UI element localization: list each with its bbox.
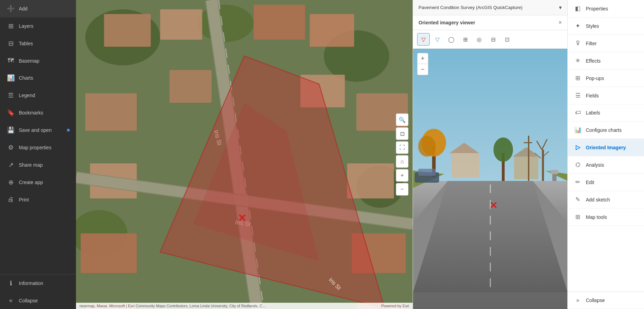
sidebar-item-legend[interactable]: ☰ Legend (0, 87, 76, 104)
right-panel-label-collapse: Collapse (586, 298, 605, 303)
right-panel-item-configure-charts[interactable]: 📊 Configure charts (568, 121, 644, 139)
screenshot-button[interactable]: ⊡ (396, 127, 408, 140)
app-title-bar: Pavement Condition Survey (ArcGIS QuickC… (413, 0, 567, 15)
sidebar-item-bookmarks[interactable]: 🔖 Bookmarks (0, 104, 76, 121)
left-sidebar: ➕ Add ⊞ Layers ⊟ Tables 🗺 Basemap 📊 Char… (0, 0, 76, 309)
svg-rect-9 (104, 14, 151, 47)
svg-rect-15 (80, 233, 137, 273)
right-panel-item-oriented-imagery[interactable]: ▷ Oriented Imagery (568, 139, 644, 156)
imagery-tool-icon-filter-red: ▽ (421, 36, 426, 43)
right-panel-icon-labels: 🏷 (574, 109, 582, 116)
right-panel-label-edit: Edit (586, 180, 594, 185)
powered-by-text: Powered by Esri (381, 304, 409, 308)
sidebar-item-create-app[interactable]: ⊕ Create app (0, 174, 76, 191)
sidebar-icon-information: ℹ (7, 279, 15, 287)
right-panel-icon-filter: ⊽ (574, 40, 582, 47)
right-panel-item-pop-ups[interactable]: ⊞ Pop-ups (568, 70, 644, 87)
sidebar-icon-legend: ☰ (7, 92, 15, 99)
sidebar-item-print[interactable]: 🖨 Print (0, 191, 76, 208)
sidebar-item-map-properties[interactable]: ⚙ Map properties (0, 139, 76, 156)
home-button[interactable]: ⌂ (396, 155, 408, 168)
right-panel-item-styles[interactable]: ✦ Styles (568, 17, 644, 35)
right-panel-icon-map-tools: ⊞ (574, 213, 582, 221)
right-panel-item-add-sketch[interactable]: ✎ Add sketch (568, 191, 644, 208)
right-panel-icon-pop-ups: ⊞ (574, 74, 582, 82)
sidebar-item-layers[interactable]: ⊞ Layers (0, 17, 76, 35)
right-panel-icon-analysis: ⌬ (574, 161, 582, 168)
right-panel-item-filter[interactable]: ⊽ Filter (568, 35, 644, 52)
sidebar-icon-layers: ⊞ (7, 22, 15, 30)
right-panel-label-fields: Fields (586, 93, 599, 98)
sidebar-item-tables[interactable]: ⊟ Tables (0, 35, 76, 52)
svg-text:✕: ✕ (238, 212, 246, 224)
imagery-close-button[interactable]: × (559, 19, 562, 26)
sidebar-item-collapse[interactable]: « Collapse (0, 292, 76, 309)
svg-rect-11 (254, 5, 305, 40)
sidebar-label-legend: Legend (19, 93, 35, 98)
zoom-out-button[interactable]: − (396, 183, 408, 196)
fullscreen-button[interactable]: ⛶ (396, 141, 408, 154)
sidebar-label-add: Add (19, 6, 28, 11)
sidebar-label-charts: Charts (19, 75, 33, 81)
right-panel-item-map-tools[interactable]: ⊞ Map tools (568, 208, 644, 226)
right-panel-item-analysis[interactable]: ⌬ Analysis (568, 156, 644, 174)
sidebar-icon-basemap: 🗺 (7, 57, 15, 64)
sidebar-item-share-map[interactable]: ↗ Share map (0, 156, 76, 174)
imagery-tool-icon-circle: ◯ (448, 36, 454, 43)
right-panel-label-pop-ups: Pop-ups (586, 76, 604, 81)
imagery-tool-export[interactable]: ⊡ (501, 33, 513, 46)
sidebar-label-save-and-open: Save and open (19, 127, 52, 133)
imagery-zoom-in[interactable]: + (417, 53, 428, 64)
right-panel-label-filter: Filter (586, 41, 597, 46)
app-title: Pavement Condition Survey (ArcGIS QuickC… (419, 5, 522, 10)
zoom-in-button[interactable]: + (396, 169, 408, 182)
right-panel-label-oriented-imagery: Oriented Imagery (586, 145, 626, 150)
sidebar-item-basemap[interactable]: 🗺 Basemap (0, 52, 76, 69)
sidebar-icon-share-map: ↗ (7, 161, 15, 169)
right-panel-item-edit[interactable]: ✏ Edit (568, 174, 644, 191)
right-panel-item-collapse[interactable]: » Collapse (568, 292, 644, 309)
right-panel-item-properties[interactable]: ◧ Properties (568, 0, 644, 17)
sidebar-label-tables: Tables (19, 41, 33, 46)
imagery-tool-image-icon[interactable]: ⊞ (459, 33, 472, 46)
right-panel-item-effects[interactable]: ✳ Effects (568, 52, 644, 70)
sidebar-label-information: Information (19, 280, 43, 286)
map-background[interactable]: Iris St Iris St ✕ Iris St (76, 0, 413, 309)
map-area: Iris St Iris St ✕ Iris St 🔍 ⊡ ⛶ ⌂ + − ne… (76, 0, 413, 309)
svg-rect-21 (169, 70, 212, 103)
sidebar-label-bookmarks: Bookmarks (19, 110, 43, 116)
sidebar-icon-collapse: « (7, 297, 15, 304)
imagery-tool-compass[interactable]: ◎ (473, 33, 485, 46)
sidebar-item-information[interactable]: ℹ Information (0, 275, 76, 292)
imagery-tool-filter-blue[interactable]: ▽ (431, 33, 444, 46)
imagery-tool-icon-image-icon: ⊞ (463, 36, 468, 43)
imagery-tool-filter-red[interactable]: ▽ (417, 33, 430, 46)
right-panel-label-add-sketch: Add sketch (586, 197, 610, 203)
app-title-chevron[interactable]: ▾ (559, 4, 562, 11)
svg-text:✕: ✕ (489, 200, 497, 211)
imagery-viewer-title: Oriented imagery viewer (419, 20, 475, 25)
street-photo: ✕ (413, 49, 567, 309)
svg-point-2 (198, 5, 254, 42)
right-panel-item-labels[interactable]: 🏷 Labels (568, 104, 644, 121)
imagery-tool-circle[interactable]: ◯ (445, 33, 458, 46)
sidebar-label-collapse: Collapse (19, 298, 38, 303)
right-panel-icon-collapse: » (574, 297, 582, 304)
right-panel-icon-properties: ◧ (574, 5, 582, 12)
sidebar-icon-add: ➕ (7, 5, 15, 13)
search-button[interactable]: 🔍 (396, 113, 408, 126)
map-attribution: nearmap, Maxar, Microsoft | Esri Communi… (76, 303, 413, 309)
sidebar-item-save-and-open[interactable]: 💾 Save and open (0, 121, 76, 139)
sidebar-item-charts[interactable]: 📊 Charts (0, 69, 76, 87)
sidebar-item-add[interactable]: ➕ Add (0, 0, 76, 17)
imagery-tool-icon-compass: ◎ (477, 36, 482, 43)
right-panel-label-effects: Effects (586, 58, 601, 64)
sidebar-label-layers: Layers (19, 23, 33, 29)
right-panel-item-fields[interactable]: ☰ Fields (568, 87, 644, 104)
svg-point-40 (493, 137, 513, 162)
imagery-zoom-out[interactable]: − (417, 64, 428, 75)
imagery-tool-sliders[interactable]: ⊟ (487, 33, 499, 46)
imagery-toolbar: ▽▽◯⊞◎⊟⊡ (413, 30, 567, 49)
sidebar-label-create-app: Create app (19, 180, 43, 185)
right-panel-label-map-tools: Map tools (586, 214, 607, 220)
